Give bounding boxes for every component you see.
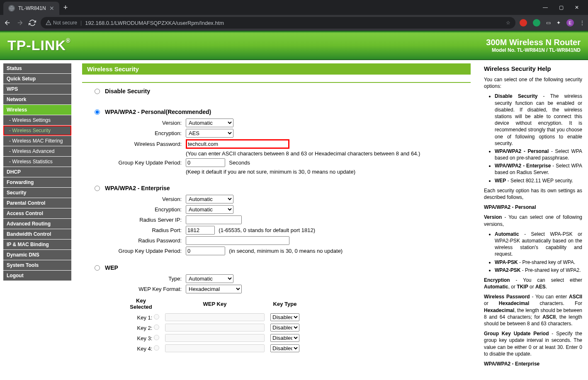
wireless-password-input[interactable] <box>186 139 289 149</box>
router-header: TP-LINK® 300M Wireless N Router Model No… <box>0 31 588 60</box>
reader-icon[interactable]: ▭ <box>546 20 551 26</box>
forward-button[interactable] <box>16 19 24 27</box>
ent-gkup-input[interactable] <box>186 247 225 255</box>
wep-key-radio-1[interactable] <box>154 314 159 319</box>
extension-icons: ▭ ✦ E ⋮ <box>520 19 585 27</box>
gkup-unit: Seconds <box>229 160 250 166</box>
gkup-input[interactable] <box>186 158 225 167</box>
wep-key-row: Key 1: Disabled <box>120 312 302 322</box>
sidebar-item-wireless[interactable]: Wireless <box>3 105 71 115</box>
wep-key-label: Key 2: <box>120 323 162 332</box>
profile-avatar[interactable]: E <box>566 19 574 27</box>
password-hint: (You can enter ASCII characters between … <box>82 150 471 157</box>
radius-port-hint: (1-65535, 0 stands for default port 1812… <box>219 227 315 233</box>
ext-icon-2[interactable] <box>533 19 540 27</box>
sidebar-item-parental-control[interactable]: Parental Control <box>3 198 71 208</box>
col-selected: Key Selected <box>120 296 162 312</box>
sidebar-item--wireless-settings[interactable]: - Wireless Settings <box>3 115 71 125</box>
wep-key-type-select-1[interactable]: Disabled <box>270 313 299 321</box>
sidebar-item--wireless-advanced[interactable]: - Wireless Advanced <box>3 146 71 156</box>
sidebar-item-dhcp[interactable]: DHCP <box>3 167 71 177</box>
wep-key-label: Key 4: <box>120 344 162 353</box>
radius-pw-input[interactable] <box>186 236 289 245</box>
page-title: Wireless Security <box>82 63 471 75</box>
new-tab-button[interactable]: + <box>63 3 68 12</box>
radio-wpa-enterprise[interactable] <box>95 186 100 191</box>
help-version-b: Version <box>484 214 502 220</box>
sidebar-item--wireless-mac-filtering[interactable]: - Wireless MAC Filtering <box>3 136 71 146</box>
sidebar-item-network[interactable]: Network <box>3 94 71 104</box>
radio-wpa-personal[interactable] <box>95 109 100 115</box>
tab-bar: TL-WR841N ✕ + — ▢ ✕ <box>0 0 588 15</box>
wep-key-radio-3[interactable] <box>154 335 159 340</box>
browser-tab[interactable]: TL-WR841N ✕ <box>3 2 59 15</box>
sidebar-item--wireless-statistics[interactable]: - Wireless Statistics <box>3 157 71 167</box>
col-key: WEP Key <box>163 296 267 312</box>
close-tab-icon[interactable]: ✕ <box>49 5 54 12</box>
ent-encryption-select[interactable]: Automatic <box>186 205 233 214</box>
wep-key-radio-4[interactable] <box>154 345 159 351</box>
help-option-item: Disable Security - The wireless security… <box>495 93 582 147</box>
wep-key-type-select-4[interactable]: Disabled <box>270 344 299 352</box>
sidebar-item-status[interactable]: Status <box>3 63 71 73</box>
wep-format-select[interactable]: Hexadecimal <box>186 285 242 293</box>
sidebar-item-dynamic-dns[interactable]: Dynamic DNS <box>3 250 71 260</box>
sidebar-item-wps[interactable]: WPS <box>3 84 71 94</box>
sidebar-item--wireless-security[interactable]: - Wireless Security <box>3 126 71 136</box>
back-button[interactable] <box>3 19 12 27</box>
sidebar-item-advanced-routing[interactable]: Advanced Routing <box>3 219 71 229</box>
wep-key-input-4[interactable] <box>165 344 265 352</box>
radio-wep[interactable] <box>95 265 100 271</box>
maximize-icon[interactable]: ▢ <box>558 5 564 10</box>
sidebar-item-system-tools[interactable]: System Tools <box>3 260 71 270</box>
title-underline <box>82 82 471 83</box>
version-select[interactable]: Automatic <box>186 119 233 127</box>
sidebar-item-security[interactable]: Security <box>3 188 71 198</box>
wep-key-input-3[interactable] <box>165 334 265 342</box>
wpa-enterprise-label: WPA/WPA2 - Enterprise <box>105 185 170 191</box>
reload-button[interactable] <box>28 19 36 27</box>
minimize-icon[interactable]: — <box>542 5 548 10</box>
tab-title: TL-WR841N <box>18 5 46 11</box>
wep-key-radio-2[interactable] <box>154 324 159 330</box>
close-window-icon[interactable]: ✕ <box>574 5 580 10</box>
wep-key-type-select-3[interactable]: Disabled <box>270 334 299 342</box>
radius-port-label: Radius Port: <box>82 227 186 233</box>
help-title: Wireless Security Help <box>484 65 582 72</box>
encryption-select[interactable]: AES <box>186 129 233 138</box>
extensions-icon[interactable]: ✦ <box>556 20 561 26</box>
ent-gkup-hint: (in second, minimum is 30, 0 means no up… <box>229 248 343 254</box>
wep-key-row: Key 3: Disabled <box>120 333 302 343</box>
bookmark-icon[interactable]: ☆ <box>506 20 510 26</box>
wep-key-input-1[interactable] <box>165 313 265 321</box>
sidebar-item-logout[interactable]: Logout <box>3 271 71 281</box>
url-box[interactable]: Not secure | 192.168.0.1/LWRODUMAFSQPZXK… <box>41 17 515 29</box>
disable-security-label: Disable Security <box>105 88 150 94</box>
wep-key-label: Key 1: <box>120 312 162 322</box>
sidebar-item-quick-setup[interactable]: Quick Setup <box>3 74 71 84</box>
help-s1: WPA/WPA2 - Personal <box>484 204 536 210</box>
sidebar-item-access-control[interactable]: Access Control <box>3 208 71 218</box>
url-text: 192.168.0.1/LWRODUMAFSQPZXKA/userRpm/Ind… <box>85 20 224 26</box>
menu-icon[interactable]: ⋮ <box>580 20 585 26</box>
ext-icon-1[interactable] <box>520 19 527 27</box>
help-version-item: WPA2-PSK - Pre-shared key of WPA2. <box>495 267 582 274</box>
wep-key-type-select-2[interactable]: Disabled <box>270 324 299 332</box>
radius-port-input[interactable] <box>186 226 215 235</box>
wep-label: WEP <box>105 264 118 271</box>
help-intro: You can select one of the following secu… <box>484 76 582 90</box>
radio-disable-security[interactable] <box>95 89 100 94</box>
wep-key-input-2[interactable] <box>165 324 265 332</box>
radius-ip-input[interactable] <box>186 215 242 224</box>
sidebar-item-ip-mac-binding[interactable]: IP & MAC Binding <box>3 240 71 249</box>
address-bar: Not secure | 192.168.0.1/LWRODUMAFSQPZXK… <box>0 15 588 31</box>
radius-pw-label: Radius Password: <box>82 237 186 244</box>
sidebar-item-bandwidth-control[interactable]: Bandwidth Control <box>3 229 71 239</box>
window-controls: — ▢ ✕ <box>542 5 585 10</box>
version-label: Version: <box>82 120 186 126</box>
help-option-item: WEP - Select 802.11 WEP security. <box>495 177 582 184</box>
wep-type-select[interactable]: Automatic <box>186 274 233 283</box>
ent-version-select[interactable]: Automatic <box>186 195 233 203</box>
sidebar-item-forwarding[interactable]: Forwarding <box>3 177 71 187</box>
tp-link-logo: TP-LINK® <box>7 37 70 53</box>
